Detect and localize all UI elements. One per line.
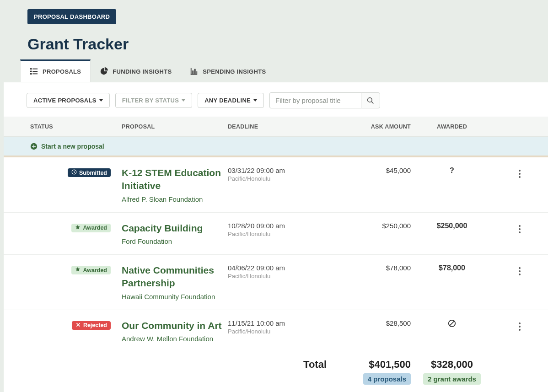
row-menu-button[interactable] xyxy=(514,168,525,179)
filter-by-status[interactable]: FILTER BY STATUS xyxy=(115,93,192,108)
ask-amount: $28,500 xyxy=(328,319,411,327)
col-deadline: DEADLINE xyxy=(228,124,328,130)
ask-amount: $250,000 xyxy=(328,222,411,230)
deadline-timezone: Pacific/Honolulu xyxy=(228,175,328,182)
awarded-amount: $78,000 xyxy=(411,264,493,272)
status-badge: Awarded xyxy=(71,266,111,274)
proposal-title-link[interactable]: Our Community in Art xyxy=(122,319,228,332)
deadline-timezone: Pacific/Honolulu xyxy=(228,328,328,335)
search-icon xyxy=(367,97,374,104)
status-badge: Rejected xyxy=(72,321,111,330)
deadline-datetime: 11/15/21 10:00 am xyxy=(228,319,328,327)
svg-line-20 xyxy=(450,321,455,326)
list-icon xyxy=(30,67,38,75)
col-ask-amount: ASK AMOUNT xyxy=(328,124,411,130)
svg-point-2 xyxy=(30,70,32,72)
awarded-rejected xyxy=(411,319,493,329)
svg-rect-10 xyxy=(197,71,198,74)
tab-funding-insights[interactable]: FUNDING INSIGHTS xyxy=(91,59,181,82)
plus-circle-icon xyxy=(30,143,38,150)
deadline-datetime: 03/31/22 09:00 am xyxy=(228,166,328,174)
status-label: Awarded xyxy=(83,225,107,231)
proposal-dashboard-button[interactable]: PROPOSAL DASHBOARD xyxy=(27,9,116,24)
filter-status-label: FILTER BY STATUS xyxy=(122,97,179,104)
prohibited-icon xyxy=(448,319,456,328)
search-input[interactable] xyxy=(269,92,361,108)
page-title: Grant Tracker xyxy=(27,35,548,53)
star-icon xyxy=(75,267,81,274)
filter-deadline-label: ANY DEADLINE xyxy=(204,97,251,104)
status-label: Submitted xyxy=(79,170,107,176)
awarded-amount: $250,000 xyxy=(411,222,493,230)
ask-amount: $78,000 xyxy=(328,264,411,272)
table-row: RejectedOur Community in ArtAndrew W. Me… xyxy=(4,310,548,352)
totals-row: Total $401,500 4 proposals $328,000 2 gr… xyxy=(4,352,548,392)
proposal-funder: Ford Foundation xyxy=(122,237,228,245)
svg-line-12 xyxy=(371,102,373,103)
awarded-unknown: ? xyxy=(411,166,493,175)
tab-spending-insights[interactable]: SPENDING INSIGHTS xyxy=(181,59,275,82)
tab-proposals-label: PROPOSALS xyxy=(43,68,81,75)
row-menu-button[interactable] xyxy=(514,266,525,277)
ask-amount: $45,000 xyxy=(328,166,411,174)
svg-rect-9 xyxy=(194,69,196,74)
proposal-funder: Andrew W. Mellon Foundation xyxy=(122,335,228,343)
filter-active-label: ACTIVE PROPOSALS xyxy=(33,97,97,104)
proposal-funder: Alfred P. Sloan Foundation xyxy=(122,195,228,203)
svg-point-11 xyxy=(368,97,372,102)
bar-chart-icon xyxy=(190,67,198,75)
proposal-title-link[interactable]: K-12 STEM Education Initiative xyxy=(122,166,228,193)
clock-icon xyxy=(71,169,77,176)
deadline-datetime: 10/28/20 09:00 am xyxy=(228,222,328,230)
deadline-timezone: Pacific/Honolulu xyxy=(228,231,328,237)
start-new-proposal-label: Start a new proposal xyxy=(41,143,104,150)
svg-point-0 xyxy=(30,68,32,70)
svg-rect-15 xyxy=(32,146,36,147)
search-button[interactable] xyxy=(361,92,380,108)
pie-chart-icon xyxy=(100,67,108,75)
svg-rect-7 xyxy=(191,74,197,75)
proposal-title-link[interactable]: Native Communities Partnership xyxy=(122,264,228,290)
svg-point-4 xyxy=(30,73,32,75)
total-awarded-amount: $328,000 xyxy=(411,359,493,371)
total-ask-amount: $401,500 xyxy=(328,359,411,371)
tab-spending-label: SPENDING INSIGHTS xyxy=(203,68,266,75)
deadline-timezone: Pacific/Honolulu xyxy=(228,273,328,279)
svg-rect-5 xyxy=(32,74,38,75)
grant-awards-count-pill: 2 grant awards xyxy=(423,373,481,385)
status-label: Awarded xyxy=(83,267,107,274)
svg-rect-8 xyxy=(193,70,194,74)
col-status: STATUS xyxy=(30,124,122,130)
svg-rect-6 xyxy=(191,68,192,75)
star-icon xyxy=(75,225,81,231)
row-menu-button[interactable] xyxy=(514,224,525,235)
proposal-funder: Hawaii Community Foundation xyxy=(122,293,228,301)
col-awarded: AWARDED xyxy=(411,124,493,130)
chevron-down-icon xyxy=(182,99,185,102)
tab-funding-label: FUNDING INSIGHTS xyxy=(113,68,172,75)
proposal-title-link[interactable]: Capacity Building xyxy=(122,222,228,235)
svg-rect-3 xyxy=(32,71,38,72)
proposals-panel: ACTIVE PROPOSALS FILTER BY STATUS ANY DE… xyxy=(4,82,548,392)
tab-proposals[interactable]: PROPOSALS xyxy=(20,59,91,82)
filter-bar: ACTIVE PROPOSALS FILTER BY STATUS ANY DE… xyxy=(4,82,548,117)
chevron-down-icon xyxy=(99,99,103,102)
table-row: AwardedCapacity BuildingFord Foundation1… xyxy=(4,213,548,255)
table-row: SubmittedK-12 STEM Education InitiativeA… xyxy=(4,157,548,213)
x-icon xyxy=(75,322,81,329)
start-new-proposal-row[interactable]: Start a new proposal xyxy=(4,137,548,157)
filter-active-proposals[interactable]: ACTIVE PROPOSALS xyxy=(27,93,110,108)
total-label: Total xyxy=(228,359,328,385)
status-badge: Submitted xyxy=(68,168,111,177)
chevron-down-icon xyxy=(253,99,257,102)
col-proposal: PROPOSAL xyxy=(122,124,228,130)
tabs: PROPOSALS FUNDING INSIGHTS SPENDING INSI… xyxy=(20,59,548,82)
proposals-count-pill: 4 proposals xyxy=(363,373,411,385)
row-menu-button[interactable] xyxy=(514,321,525,332)
svg-rect-1 xyxy=(32,69,38,70)
status-badge: Awarded xyxy=(71,224,111,232)
filter-any-deadline[interactable]: ANY DEADLINE xyxy=(198,93,264,108)
deadline-datetime: 04/06/22 09:00 am xyxy=(228,264,328,272)
status-label: Rejected xyxy=(83,322,107,328)
table-row: AwardedNative Communities PartnershipHaw… xyxy=(4,255,548,310)
